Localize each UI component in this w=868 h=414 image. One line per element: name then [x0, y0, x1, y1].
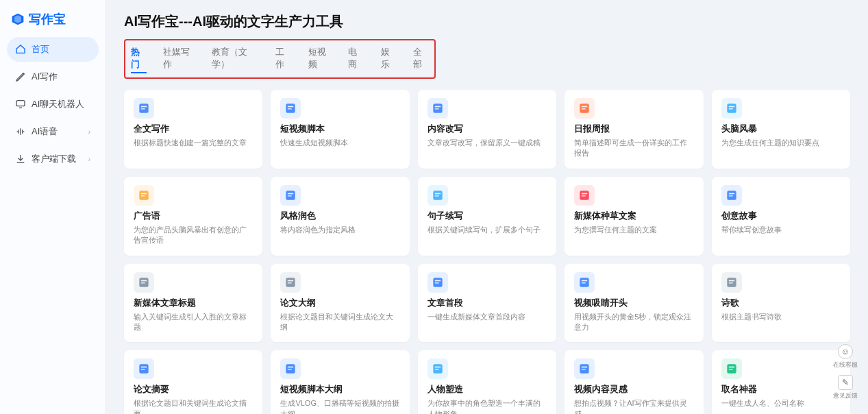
card-title: 视频吸睛开头 — [574, 297, 693, 309]
template-card[interactable]: 创意故事 帮你续写创意故事 — [712, 177, 850, 256]
card-title: 人物塑造 — [427, 383, 547, 395]
template-card[interactable]: 短视频脚本大纲 生成VLOG、口播稿等短视频的拍摄大纲 — [271, 350, 409, 414]
card-desc: 快速生成短视频脚本 — [280, 138, 399, 148]
template-card[interactable]: 视频吸睛开头 用视频开头的黄金5秒，锁定观众注意力 — [565, 264, 703, 343]
card-icon — [134, 358, 154, 379]
template-card[interactable]: 内容改写 文章改写改写，保留原义一键成稿 — [418, 90, 556, 169]
tab-short-video[interactable]: 短视频 — [308, 45, 332, 73]
card-title: 风格润色 — [280, 210, 399, 222]
nav-home[interactable]: 首页 — [7, 37, 99, 62]
nav-label: 客户端下载 — [32, 153, 76, 165]
svg-rect-21 — [288, 195, 292, 197]
card-desc: 根据关键词续写句，扩展多个句子 — [427, 225, 547, 235]
card-desc: 为您撰写任何主题的文案 — [574, 225, 693, 235]
note-icon: ✎ — [838, 375, 853, 390]
chat-icon — [15, 99, 26, 110]
card-desc: 根据论文题目和关键词生成论文大纲 — [280, 312, 399, 333]
nav-ai-voice[interactable]: AI语音 › — [7, 119, 99, 144]
template-card[interactable]: 日报周报 简单描述即可生成一份详实的工作报告 — [565, 90, 703, 169]
float-chat-label: 在线客服 — [833, 361, 858, 369]
template-card[interactable]: 短视频脚本 快速生成短视频脚本 — [271, 90, 409, 169]
card-title: 短视频脚本大纲 — [280, 383, 399, 395]
nav-label: AI聊天机器人 — [32, 98, 84, 110]
card-icon — [721, 185, 742, 206]
svg-rect-30 — [728, 195, 732, 197]
card-title: 短视频脚本 — [280, 123, 399, 135]
card-icon — [574, 185, 595, 206]
svg-rect-54 — [435, 369, 439, 370]
nav-label: 首页 — [32, 43, 49, 56]
card-icon — [280, 358, 301, 379]
tab-work[interactable]: 工作 — [275, 45, 291, 73]
card-desc: 输入关键词生成引人入胜的文章标题 — [134, 312, 253, 333]
template-card[interactable]: 论文摘要 根据论文题目和关键词生成论文摘要 — [124, 350, 262, 414]
svg-rect-35 — [288, 280, 293, 281]
tab-hot[interactable]: 热门 — [131, 45, 147, 73]
card-icon — [721, 272, 742, 293]
svg-rect-29 — [728, 193, 734, 194]
tab-social[interactable]: 社媒写作 — [163, 45, 195, 73]
sidebar: 写作宝 首页 AI写作 AI聊天机器人 AI语音 › 客户端下载 › — [0, 0, 106, 414]
template-card[interactable]: 人物塑造 为你故事中的角色塑造一个丰满的人物形象 — [418, 350, 556, 414]
card-icon — [427, 98, 448, 119]
template-card[interactable]: 新媒体种草文案 为您撰写任何主题的文案 — [565, 177, 703, 256]
svg-rect-38 — [435, 280, 441, 281]
svg-rect-45 — [728, 282, 732, 284]
card-icon — [280, 272, 301, 293]
svg-rect-24 — [435, 195, 439, 197]
download-icon — [15, 154, 26, 165]
svg-rect-36 — [288, 282, 292, 284]
svg-rect-15 — [728, 108, 732, 110]
card-desc: 文章改写改写，保留原义一键成稿 — [427, 138, 547, 148]
template-card[interactable]: 诗歌 根据主题书写诗歌 — [712, 264, 850, 343]
card-icon — [574, 358, 595, 379]
card-title: 论文摘要 — [134, 383, 253, 395]
card-icon — [721, 358, 742, 379]
tab-edu[interactable]: 教育（文学） — [212, 45, 260, 73]
svg-rect-5 — [288, 106, 293, 108]
svg-rect-23 — [435, 193, 441, 194]
template-card[interactable]: 句子续写 根据关键词续写句，扩展多个句子 — [418, 177, 556, 256]
svg-rect-9 — [435, 108, 439, 110]
float-feedback[interactable]: ✎ 意见反馈 — [832, 375, 858, 400]
tab-ecommerce[interactable]: 电商 — [348, 45, 364, 73]
card-title: 文章首段 — [427, 297, 547, 309]
template-card[interactable]: 论文大纲 根据论文题目和关键词生成论文大纲 — [271, 264, 409, 343]
svg-rect-53 — [435, 367, 441, 368]
card-desc: 将内容润色为指定风格 — [280, 225, 399, 235]
tab-entertain[interactable]: 娱乐 — [381, 45, 397, 73]
card-icon — [574, 272, 595, 293]
brand-text: 写作宝 — [29, 11, 66, 27]
template-card[interactable]: 风格润色 将内容润色为指定风格 — [271, 177, 409, 256]
card-title: 新媒体种草文案 — [574, 210, 693, 222]
nav-download[interactable]: 客户端下载 › — [7, 147, 99, 171]
template-card[interactable]: 全文写作 根据标题快速创建一篇完整的文章 — [124, 90, 262, 169]
nav-ai-chat[interactable]: AI聊天机器人 — [7, 92, 99, 117]
template-card[interactable]: 取名神器 一键生成人名、公司名称 — [712, 350, 850, 414]
voice-icon — [15, 126, 26, 137]
template-card[interactable]: 文章首段 一键生成新媒体文章首段内容 — [418, 264, 556, 343]
svg-rect-26 — [582, 193, 587, 194]
card-title: 全文写作 — [134, 123, 253, 135]
svg-rect-44 — [728, 280, 734, 281]
nav-ai-write[interactable]: AI写作 — [7, 64, 99, 89]
chat-bubble-icon: ☺ — [838, 344, 853, 359]
template-card[interactable]: 头脑风暴 为您生成任何主题的知识要点 — [712, 90, 850, 169]
tab-all[interactable]: 全部 — [413, 45, 429, 73]
card-desc: 根据论文题目和关键词生成论文摘要 — [134, 398, 253, 414]
card-title: 头脑风暴 — [721, 123, 841, 135]
svg-rect-32 — [141, 280, 147, 281]
template-card[interactable]: 广告语 为您的产品头脑风暴出有创意的广告宣传语 — [124, 177, 262, 256]
card-title: 内容改写 — [427, 123, 547, 135]
card-icon — [427, 358, 448, 379]
card-icon — [134, 185, 154, 206]
template-card[interactable]: 新媒体文章标题 输入关键词生成引人入胜的文章标题 — [124, 264, 262, 343]
logo: 写作宝 — [7, 8, 99, 37]
card-desc: 一键生成新媒体文章首段内容 — [427, 312, 547, 322]
template-card[interactable]: 视频内容灵感 想拍点视频？让AI写作宝来提供灵感 — [565, 350, 703, 414]
card-desc: 生成VLOG、口播稿等短视频的拍摄大纲 — [280, 398, 399, 414]
logo-icon — [11, 12, 25, 26]
float-chat[interactable]: ☺ 在线客服 — [832, 344, 858, 369]
chevron-right-icon: › — [88, 156, 90, 163]
svg-rect-12 — [582, 108, 586, 110]
